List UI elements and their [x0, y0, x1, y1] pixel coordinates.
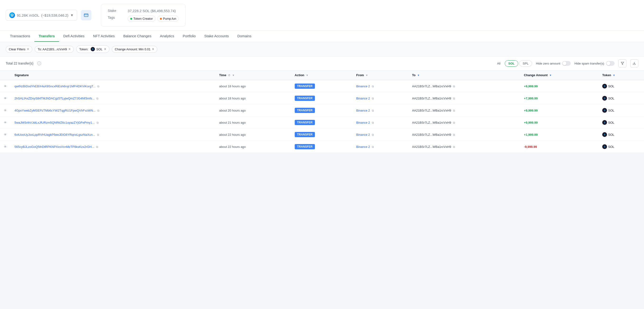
copy-icon[interactable]: ⧉ — [372, 85, 374, 88]
eye-icon[interactable]: 👁 — [4, 145, 7, 148]
hide-zero-toggle[interactable] — [562, 61, 571, 66]
signature-link[interactable]: 6vtUooUyJoxLppRVHUagkP5eeJEtG6YRqnxLgszN… — [14, 133, 95, 136]
time-filter-icon[interactable]: ▼ — [232, 74, 235, 77]
token-filter-label: SOL — [96, 48, 102, 51]
time-sort-icon[interactable]: ⏱ — [228, 74, 230, 77]
wallet-selector[interactable]: 91.26K mSOL (~$19,538,046.2) ▼ — [6, 10, 77, 21]
hide-zero-toggle-group: Hide zero amount — [536, 61, 571, 66]
signature-link[interactable]: 5waJMSrthVJdiLxJfURzm5QNfWZ6c1uyazZYjGFe… — [14, 121, 95, 124]
tab-portfolio[interactable]: Portfolio — [178, 30, 200, 42]
time-value: about 21 hours ago — [219, 121, 246, 124]
action-badge[interactable]: TRANSFER — [295, 84, 315, 89]
row-action-cell: TRANSFER — [291, 129, 352, 141]
wallet-action-button[interactable] — [81, 10, 91, 20]
sol-token-icon: S — [602, 108, 607, 113]
copy-icon[interactable]: ⧉ — [97, 133, 99, 136]
change-value: +1,999.99 — [524, 133, 538, 136]
action-badge[interactable]: TRANSFER — [295, 132, 315, 137]
token-filter-icon[interactable]: ▼ — [613, 74, 615, 77]
row-from-cell: Binance 2 ⧉ — [352, 80, 408, 92]
from-link[interactable]: Binance 2 — [356, 121, 370, 124]
eye-icon[interactable]: 👁 — [4, 133, 7, 136]
eye-icon[interactable]: 👁 — [4, 109, 7, 112]
action-filter-icon[interactable]: ▼ — [306, 74, 308, 77]
copy-icon[interactable]: ⧉ — [453, 145, 455, 148]
action-badge[interactable]: TRANSFER — [295, 96, 315, 101]
copy-icon[interactable]: ⧉ — [372, 97, 374, 100]
from-link[interactable]: Binance 2 — [356, 109, 370, 112]
from-link[interactable]: Binance 2 — [356, 96, 370, 100]
change-amount-filter-chip[interactable]: Change Amount: Min 0.01 ✕ — [112, 46, 157, 53]
sol-token-button[interactable]: SOL — [505, 60, 518, 67]
token-filter-close-icon[interactable]: ✕ — [104, 48, 106, 51]
row-change-cell: +9,999.99 — [520, 116, 598, 129]
to-filter-chip[interactable]: To: AA21BS...rcVxH9 ✕ — [35, 46, 74, 53]
copy-icon[interactable]: ⧉ — [453, 97, 455, 100]
copy-icon[interactable]: ⧉ — [453, 133, 455, 136]
copy-icon[interactable]: ⧉ — [372, 109, 374, 112]
copy-icon[interactable]: ⧉ — [96, 121, 99, 124]
from-link[interactable]: Binance 2 — [356, 145, 370, 148]
copy-icon[interactable]: ⧉ — [453, 85, 455, 88]
pump-fun-tag[interactable]: Pump.fun — [157, 16, 179, 22]
to-filter-close-icon[interactable]: ✕ — [68, 48, 71, 51]
row-to-cell: AA21BSr7LZ...WBa1rcVxH9 ⧉ — [408, 129, 520, 141]
copy-icon[interactable]: ⧉ — [372, 145, 374, 148]
tabs-bar: Transactions Transfers Defi Activities N… — [0, 30, 644, 42]
change-amount-filter-close-icon[interactable]: ✕ — [152, 48, 154, 51]
copy-icon[interactable]: ⧉ — [96, 145, 98, 148]
action-badge[interactable]: TRANSFER — [295, 108, 315, 113]
copy-icon[interactable]: ⧉ — [97, 109, 100, 112]
svg-rect-0 — [84, 14, 88, 16]
copy-icon[interactable]: ⧉ — [453, 121, 455, 124]
chevron-down-icon: ▼ — [70, 13, 74, 17]
token-value: S SOL — [602, 96, 614, 101]
row-eye-cell: 👁 — [0, 92, 11, 104]
download-button[interactable] — [630, 59, 638, 68]
copy-icon[interactable]: ⧉ — [96, 97, 98, 100]
copy-icon[interactable]: ⧉ — [453, 109, 455, 112]
tab-domains[interactable]: Domains — [233, 30, 256, 42]
eye-icon[interactable]: 👁 — [4, 84, 7, 88]
stake-value: 37,228.2 SOL ($6,498,553.74) — [128, 9, 176, 13]
clear-filters-close-icon[interactable]: ✕ — [27, 48, 29, 51]
filters-bar: Clear Filters ✕ To: AA21BS...rcVxH9 ✕ To… — [0, 42, 644, 56]
tab-balance-changes[interactable]: Balance Changes — [119, 30, 156, 42]
from-filter-icon[interactable]: ▼ — [366, 74, 368, 77]
row-change-cell: +7,999.99 — [520, 92, 598, 104]
copy-icon[interactable]: ⧉ — [372, 121, 374, 124]
spl-token-button[interactable]: SPL — [519, 60, 532, 67]
row-action-cell: TRANSFER — [291, 104, 352, 116]
copy-icon[interactable]: ⧉ — [97, 85, 100, 88]
tab-stake-accounts[interactable]: Stake Accounts — [200, 30, 233, 42]
tab-transactions[interactable]: Transactions — [6, 30, 34, 42]
hide-spam-toggle[interactable] — [606, 61, 614, 66]
table-filter-button[interactable] — [618, 59, 626, 68]
all-token-button[interactable]: All — [494, 60, 504, 67]
sol-token-icon: S — [602, 96, 607, 101]
tab-transfers[interactable]: Transfers — [34, 30, 59, 42]
tags-container: Token Creator Pump.fun — [128, 16, 179, 22]
copy-icon[interactable]: ⧉ — [372, 133, 374, 136]
tab-defi-activities[interactable]: Defi Activities — [59, 30, 89, 42]
signature-link[interactable]: 565cyBJLzoGoQ5thDtRPKNPXxsVcnMzTP8ksKzx2… — [14, 145, 94, 148]
change-amount-filter-icon[interactable]: ▼ — [549, 74, 552, 77]
token-creator-tag[interactable]: Token Creator — [128, 16, 156, 22]
token-filter-chip[interactable]: Token: S SOL ✕ — [76, 45, 110, 53]
signature-link[interactable]: 4GpxYwebZyMSEPzTMb6cYW2TqgRU1FpwQVhFvzWN… — [14, 109, 96, 112]
total-info-icon[interactable]: i — [37, 62, 41, 65]
to-filter-icon[interactable]: ▼ — [417, 74, 420, 77]
info-card: Stake 37,228.2 SOL ($6,498,553.74) Tags … — [101, 4, 186, 26]
from-link[interactable]: Binance 2 — [356, 84, 370, 88]
tab-nft-activities[interactable]: NFT Activities — [89, 30, 119, 42]
action-badge[interactable]: TRANSFER — [295, 144, 315, 149]
signature-link[interactable]: qwtNzBiDodYkEBX4aX9SncxRiEsh6rxjr1MFHDKV… — [14, 84, 96, 88]
clear-filters-button[interactable]: Clear Filters ✕ — [6, 46, 32, 53]
action-badge[interactable]: TRANSFER — [295, 120, 315, 125]
row-token-cell: S SOL — [598, 141, 644, 153]
from-link[interactable]: Binance 2 — [356, 133, 370, 136]
eye-icon[interactable]: 👁 — [4, 121, 7, 124]
eye-icon[interactable]: 👁 — [4, 96, 7, 100]
tab-analytics[interactable]: Analytics — [156, 30, 178, 42]
signature-link[interactable]: 2hSALfAxZDsyS84TMJhDACgz5TLyjwQmZ7JG4Nf3… — [14, 96, 95, 100]
